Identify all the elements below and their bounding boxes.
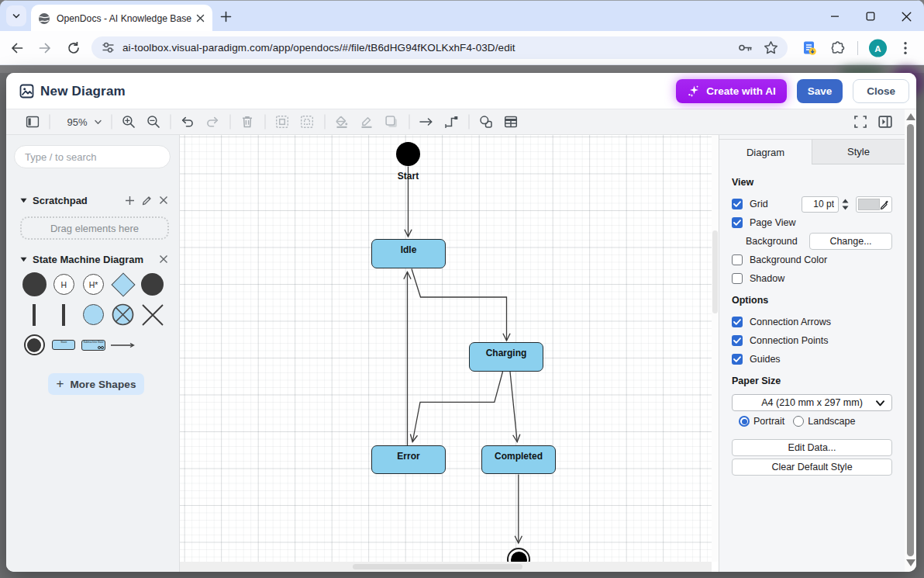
url-text[interactable]: ai-toolbox.visual-paradigm.com/app/opend… bbox=[122, 42, 737, 54]
waypoint-style-button[interactable] bbox=[444, 116, 458, 128]
shape-section-header[interactable]: State Machine Diagram bbox=[20, 253, 168, 265]
line-color-button[interactable] bbox=[360, 116, 374, 129]
fill-color-button[interactable] bbox=[336, 116, 349, 129]
shape-initial-state-2[interactable] bbox=[138, 269, 167, 299]
shape-transition[interactable] bbox=[109, 330, 138, 360]
shape-deep-history[interactable]: H* bbox=[78, 269, 108, 299]
canvas-horizontal-scrollbar[interactable] bbox=[180, 562, 712, 572]
browser-menu-button[interactable] bbox=[904, 41, 907, 54]
node-error[interactable]: Error bbox=[371, 445, 446, 474]
tab-diagram[interactable]: Diagram bbox=[719, 140, 812, 164]
toggle-sidebar-button[interactable] bbox=[26, 116, 40, 128]
shape-junction[interactable] bbox=[78, 299, 108, 330]
shape-final-state[interactable] bbox=[19, 330, 49, 360]
address-bar[interactable]: ai-toolbox.visual-paradigm.com/app/opend… bbox=[91, 36, 788, 59]
shape-submachine-state[interactable]: Submachine State bbox=[78, 330, 108, 360]
canvas-hscroll-thumb[interactable] bbox=[353, 564, 522, 569]
save-button[interactable]: Save bbox=[797, 79, 843, 103]
shadow-checkbox[interactable] bbox=[732, 273, 743, 284]
redo-button[interactable] bbox=[205, 116, 219, 128]
clear-default-style-button[interactable]: Clear Default Style bbox=[732, 459, 892, 476]
section-close-icon[interactable] bbox=[159, 254, 168, 264]
tab-style[interactable]: Style bbox=[812, 140, 905, 164]
zoom-dropdown[interactable]: 95% bbox=[67, 116, 102, 128]
background-change-button[interactable]: Change... bbox=[809, 233, 892, 250]
side-panel-docs-icon[interactable] bbox=[802, 40, 817, 56]
portrait-radio[interactable] bbox=[739, 416, 750, 427]
node-charging[interactable]: Charging bbox=[469, 342, 543, 372]
scroll-down-arrow[interactable] bbox=[906, 559, 915, 566]
site-settings-icon[interactable] bbox=[102, 41, 115, 54]
toggle-format-panel-button[interactable] bbox=[878, 116, 892, 128]
landscape-radio[interactable] bbox=[793, 416, 804, 427]
shape-join[interactable] bbox=[49, 299, 78, 330]
diagram-canvas[interactable]: Start Idle Charging Error Completed bbox=[180, 135, 719, 572]
canvas-vertical-scrollbar[interactable] bbox=[712, 135, 719, 562]
forward-button[interactable] bbox=[38, 40, 53, 55]
back-button[interactable] bbox=[10, 40, 25, 55]
tab-close-button[interactable] bbox=[194, 12, 206, 25]
grid-size-spinner[interactable] bbox=[840, 196, 850, 213]
edge-charging-error[interactable] bbox=[412, 372, 502, 442]
create-with-ai-button[interactable]: Create with AI bbox=[676, 79, 787, 103]
scratchpad-edit-icon[interactable] bbox=[142, 196, 152, 206]
grid-size-input[interactable] bbox=[802, 196, 839, 213]
new-tab-button[interactable] bbox=[219, 10, 233, 23]
canvas-page[interactable]: Start Idle Charging Error Completed bbox=[180, 135, 712, 562]
scratchpad-dropzone[interactable]: Drag elements here bbox=[20, 216, 169, 240]
background-color-checkbox[interactable] bbox=[732, 254, 743, 265]
connection-arrows-checkbox[interactable] bbox=[732, 317, 743, 327]
shape-entry-exit-point[interactable] bbox=[109, 299, 138, 330]
page-view-checkbox[interactable] bbox=[732, 217, 743, 228]
extensions-button[interactable] bbox=[831, 40, 846, 55]
zoom-in-button[interactable] bbox=[122, 115, 136, 129]
delete-button[interactable] bbox=[241, 116, 253, 129]
page-scrollbar[interactable] bbox=[905, 109, 916, 572]
bookmark-star-icon[interactable] bbox=[764, 40, 778, 55]
connection-points-checkbox[interactable] bbox=[732, 335, 743, 346]
scratchpad-close-icon[interactable] bbox=[159, 196, 168, 205]
edit-data-button[interactable]: Edit Data... bbox=[732, 439, 892, 456]
node-start-label[interactable]: Start bbox=[384, 171, 432, 182]
grid-color-button[interactable] bbox=[856, 196, 892, 213]
guides-checkbox[interactable] bbox=[732, 354, 743, 365]
shape-search-input[interactable]: Type / to search bbox=[14, 145, 171, 168]
scroll-up-arrow[interactable] bbox=[906, 113, 915, 120]
reload-button[interactable] bbox=[67, 41, 81, 55]
paper-size-select[interactable]: A4 (210 mm x 297 mm) bbox=[732, 394, 892, 411]
shape-state[interactable]: State bbox=[49, 330, 78, 360]
shape-terminate[interactable] bbox=[138, 299, 167, 330]
zoom-out-button[interactable] bbox=[147, 115, 160, 129]
canvas-vscroll-thumb[interactable] bbox=[712, 230, 718, 313]
shape-shallow-history[interactable]: H bbox=[49, 269, 78, 299]
browser-tab[interactable]: OpenDocs - AI Knowledge Base bbox=[31, 5, 212, 32]
shape-fork[interactable] bbox=[19, 299, 49, 330]
node-start[interactable] bbox=[396, 142, 420, 166]
insert-shape-button[interactable] bbox=[479, 115, 493, 129]
scratchpad-header[interactable]: Scratchpad bbox=[20, 194, 168, 206]
fullscreen-button[interactable] bbox=[854, 116, 867, 129]
scratchpad-add-icon[interactable] bbox=[125, 196, 135, 206]
node-idle[interactable]: Idle bbox=[371, 239, 446, 268]
shape-choice[interactable] bbox=[109, 269, 138, 299]
to-front-button[interactable] bbox=[276, 116, 289, 129]
node-completed[interactable]: Completed bbox=[481, 445, 556, 474]
shape-initial-state[interactable] bbox=[19, 269, 49, 299]
profile-avatar[interactable]: A bbox=[869, 40, 887, 57]
node-final[interactable] bbox=[507, 548, 530, 562]
insert-table-button[interactable] bbox=[505, 116, 518, 128]
window-close-button[interactable] bbox=[888, 1, 924, 32]
connection-style-button[interactable] bbox=[419, 117, 433, 126]
more-shapes-button[interactable]: + More Shapes bbox=[48, 373, 144, 395]
close-button[interactable]: Close bbox=[853, 79, 909, 103]
edge-idle-charging[interactable] bbox=[412, 269, 507, 341]
tab-list-chevron-button[interactable] bbox=[6, 5, 26, 26]
window-minimize-button[interactable] bbox=[817, 1, 853, 32]
undo-button[interactable] bbox=[181, 116, 195, 128]
scrollbar-thumb[interactable] bbox=[907, 124, 914, 556]
shadow-button[interactable] bbox=[385, 116, 398, 129]
password-key-icon[interactable] bbox=[737, 40, 753, 56]
grid-checkbox[interactable] bbox=[732, 199, 743, 209]
window-maximize-button[interactable] bbox=[853, 1, 888, 32]
edge-charging-completed[interactable] bbox=[510, 372, 517, 442]
